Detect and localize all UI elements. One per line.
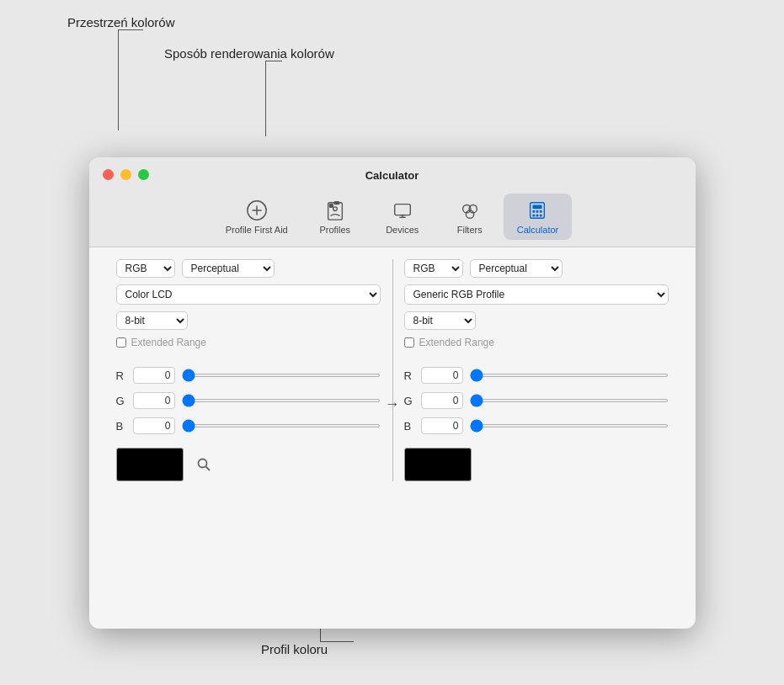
annotation-rendering: Sposób renderowania kolorów <box>164 46 334 61</box>
svg-rect-19 <box>540 210 542 213</box>
right-profile-select[interactable]: Generic RGB Profile sRGB Adobe RGB <box>404 284 669 305</box>
right-profile-row: Generic RGB Profile sRGB Adobe RGB <box>404 284 669 305</box>
left-preview-row <box>116 448 381 481</box>
left-r-label: R <box>116 369 126 382</box>
close-button[interactable] <box>103 169 114 180</box>
toolbar: Profile First Aid Profiles <box>103 190 682 247</box>
left-search-button[interactable] <box>194 454 214 475</box>
left-extended-range-label: Extended Range <box>131 337 206 348</box>
two-column-layout: RGB CMYK Lab Perceptual Relative Saturat… <box>104 259 680 481</box>
svg-point-23 <box>198 459 206 468</box>
svg-rect-6 <box>329 204 333 208</box>
left-g-slider[interactable] <box>182 399 381 402</box>
svg-rect-17 <box>533 210 536 213</box>
profiles-icon <box>323 199 347 222</box>
right-extended-range-checkbox[interactable] <box>404 337 414 348</box>
left-b-value: 0 <box>133 417 175 434</box>
right-b-slider[interactable] <box>470 424 669 427</box>
left-color-space-select[interactable]: RGB CMYK Lab <box>116 259 175 278</box>
toolbar-item-calculator-label: Calculator <box>517 225 559 235</box>
minimize-button[interactable] <box>120 169 131 180</box>
filters-icon <box>458 199 482 222</box>
left-g-row: G 0 <box>116 392 381 409</box>
column-divider <box>392 259 393 481</box>
right-r-row: R 0 <box>404 367 669 384</box>
right-column: RGB CMYK Lab Perceptual Relative Saturat… <box>392 259 680 481</box>
left-bit-depth-select[interactable]: 8-bit 16-bit 32-bit <box>116 311 188 330</box>
toolbar-item-profile-first-aid-label: Profile First Aid <box>226 225 288 235</box>
left-b-slider[interactable] <box>182 424 381 427</box>
calculator-icon <box>525 199 549 222</box>
right-b-row: B 0 <box>404 417 669 434</box>
svg-rect-8 <box>394 204 410 215</box>
left-bit-depth-row: 8-bit 16-bit 32-bit <box>116 311 381 330</box>
left-r-row: R 0 <box>116 367 381 384</box>
toolbar-item-devices-label: Devices <box>386 225 419 235</box>
right-g-value: 0 <box>421 392 463 409</box>
right-r-value: 0 <box>421 367 463 384</box>
left-column: RGB CMYK Lab Perceptual Relative Saturat… <box>104 259 392 481</box>
profile-first-aid-icon <box>245 199 269 222</box>
right-bit-depth-row: 8-bit 16-bit 32-bit <box>404 311 669 330</box>
left-b-row: B 0 <box>116 417 381 434</box>
window-title: Calculator <box>365 169 419 182</box>
svg-rect-21 <box>536 215 539 217</box>
maximize-button[interactable] <box>138 169 149 180</box>
left-extended-range-row: Extended Range <box>116 337 381 348</box>
left-b-label: B <box>116 420 126 433</box>
svg-rect-7 <box>334 202 339 204</box>
conversion-arrow: → <box>385 396 400 413</box>
toolbar-item-profile-first-aid[interactable]: Profile First Aid <box>212 194 301 240</box>
annotation-color-space: Przestrzeń kolorów <box>67 15 175 29</box>
left-g-value: 0 <box>133 392 175 409</box>
titlebar: Calculator Profile First Aid <box>89 157 696 247</box>
toolbar-item-profiles[interactable]: Profiles <box>301 194 369 240</box>
devices-icon <box>391 199 414 222</box>
content-area: RGB CMYK Lab Perceptual Relative Saturat… <box>89 247 696 496</box>
right-preview-row <box>404 448 669 481</box>
left-g-label: G <box>116 395 126 407</box>
right-b-value: 0 <box>421 417 463 434</box>
left-extended-range-checkbox[interactable] <box>116 337 126 348</box>
right-extended-range-label: Extended Range <box>419 337 494 348</box>
left-profile-row: Color LCD sRGB Adobe RGB <box>116 284 381 305</box>
right-color-space-select[interactable]: RGB CMYK Lab <box>404 259 463 278</box>
left-rendering-select[interactable]: Perceptual Relative Saturation Absolute <box>182 259 275 278</box>
right-r-label: R <box>404 369 414 382</box>
right-color-space-row: RGB CMYK Lab Perceptual Relative Saturat… <box>404 259 669 278</box>
toolbar-item-devices[interactable]: Devices <box>369 194 436 240</box>
left-profile-select[interactable]: Color LCD sRGB Adobe RGB <box>116 284 381 305</box>
left-r-slider[interactable] <box>182 374 381 377</box>
right-b-label: B <box>404 420 414 433</box>
toolbar-item-profiles-label: Profiles <box>319 225 350 235</box>
svg-rect-16 <box>533 205 542 210</box>
svg-rect-20 <box>533 215 536 217</box>
right-rendering-select[interactable]: Perceptual Relative Saturation Absolute <box>470 259 563 278</box>
toolbar-item-filters[interactable]: Filters <box>436 194 504 240</box>
toolbar-item-filters-label: Filters <box>457 225 483 235</box>
right-g-label: G <box>404 395 414 407</box>
left-color-space-row: RGB CMYK Lab Perceptual Relative Saturat… <box>116 259 381 278</box>
right-g-row: G 0 <box>404 392 669 409</box>
svg-rect-22 <box>540 215 542 217</box>
left-color-preview <box>116 448 184 481</box>
toolbar-item-calculator[interactable]: Calculator <box>504 194 573 240</box>
svg-line-24 <box>205 467 210 471</box>
svg-point-4 <box>333 207 337 211</box>
left-r-value: 0 <box>133 367 175 384</box>
right-g-slider[interactable] <box>470 399 669 402</box>
main-window: Calculator Profile First Aid <box>89 157 696 629</box>
window-controls <box>103 169 149 180</box>
right-r-slider[interactable] <box>470 374 669 377</box>
annotation-profile: Profil koloru <box>261 642 328 656</box>
right-extended-range-row: Extended Range <box>404 337 669 348</box>
svg-rect-18 <box>536 210 539 213</box>
right-bit-depth-select[interactable]: 8-bit 16-bit 32-bit <box>404 311 476 330</box>
right-color-preview <box>404 448 472 481</box>
